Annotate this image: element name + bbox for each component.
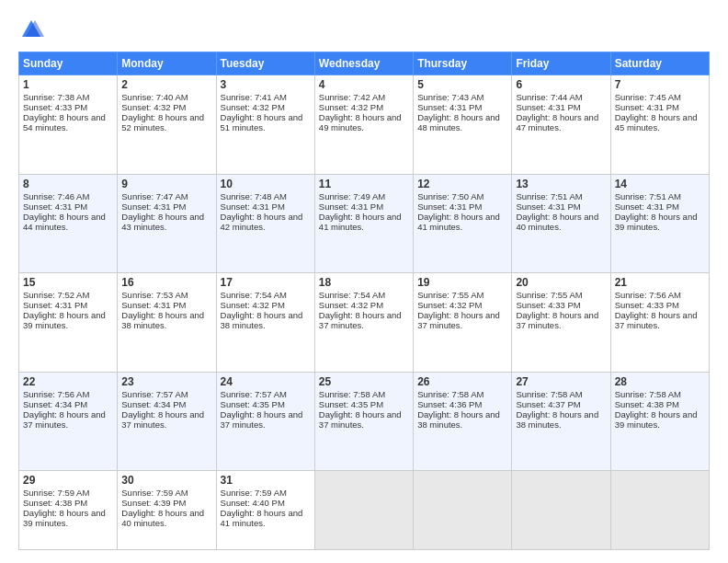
daylight-text: Daylight: 8 hours and 52 minutes. [121,112,204,132]
sunset-text: Sunset: 4:40 PM [221,498,285,508]
sunrise-text: Sunrise: 7:45 AM [615,92,681,102]
logo-icon [18,17,44,42]
day-number: 29 [23,474,113,487]
sunrise-text: Sunrise: 7:48 AM [221,191,287,201]
sunset-text: Sunset: 4:32 PM [221,300,285,310]
sunset-text: Sunset: 4:33 PM [516,300,580,310]
day-number: 12 [417,178,507,190]
daylight-text: Daylight: 8 hours and 48 minutes. [417,112,500,132]
daylight-text: Daylight: 8 hours and 37 minutes. [516,310,598,330]
calendar-week-row: 29 Sunrise: 7:59 AM Sunset: 4:38 PM Dayl… [19,471,710,550]
sunrise-text: Sunrise: 7:57 AM [121,389,188,399]
calendar-week-row: 8 Sunrise: 7:46 AM Sunset: 4:31 PM Dayli… [19,174,710,273]
day-number: 7 [615,78,705,91]
calendar-cell: 14 Sunrise: 7:51 AM Sunset: 4:31 PM Dayl… [610,174,709,273]
day-number: 28 [615,375,705,388]
sunrise-text: Sunrise: 7:56 AM [23,389,89,399]
sunrise-text: Sunrise: 7:47 AM [121,191,188,201]
daylight-text: Daylight: 8 hours and 54 minutes. [23,112,106,132]
sunset-text: Sunset: 4:31 PM [121,201,186,212]
calendar-cell: 24 Sunrise: 7:57 AM Sunset: 4:35 PM Dayl… [216,372,314,471]
calendar-cell: 18 Sunrise: 7:54 AM Sunset: 4:32 PM Dayl… [314,273,413,373]
sunrise-text: Sunrise: 7:53 AM [121,290,188,300]
daylight-text: Daylight: 8 hours and 38 minutes. [121,310,204,330]
calendar-cell: 13 Sunrise: 7:51 AM Sunset: 4:31 PM Dayl… [512,174,610,273]
calendar-day-header: Sunday [19,52,118,75]
calendar-week-row: 1 Sunrise: 7:38 AM Sunset: 4:33 PM Dayli… [19,75,710,175]
logo [18,17,48,42]
day-number: 10 [221,178,311,190]
sunrise-text: Sunrise: 7:56 AM [615,290,681,300]
calendar-cell: 21 Sunrise: 7:56 AM Sunset: 4:33 PM Dayl… [610,273,709,373]
sunrise-text: Sunrise: 7:54 AM [319,290,385,300]
day-number: 2 [121,78,211,91]
daylight-text: Daylight: 8 hours and 44 minutes. [23,212,106,232]
calendar-cell: 15 Sunrise: 7:52 AM Sunset: 4:31 PM Dayl… [19,273,118,373]
sunset-text: Sunset: 4:34 PM [23,399,87,409]
sunrise-text: Sunrise: 7:58 AM [516,389,582,399]
sunset-text: Sunset: 4:31 PM [319,201,383,212]
day-number: 5 [417,78,507,91]
calendar-cell: 9 Sunrise: 7:47 AM Sunset: 4:31 PM Dayli… [118,174,216,273]
sunrise-text: Sunrise: 7:43 AM [417,92,483,102]
calendar-header-row: SundayMondayTuesdayWednesdayThursdayFrid… [19,52,710,75]
day-number: 23 [121,375,211,388]
daylight-text: Daylight: 8 hours and 37 minutes. [121,409,204,430]
daylight-text: Daylight: 8 hours and 41 minutes. [417,212,500,232]
sunset-text: Sunset: 4:32 PM [319,102,383,112]
daylight-text: Daylight: 8 hours and 39 minutes. [615,212,698,232]
daylight-text: Daylight: 8 hours and 38 minutes. [221,310,303,330]
sunrise-text: Sunrise: 7:58 AM [319,389,385,399]
calendar-week-row: 15 Sunrise: 7:52 AM Sunset: 4:31 PM Dayl… [19,273,710,373]
calendar-cell: 4 Sunrise: 7:42 AM Sunset: 4:32 PM Dayli… [314,75,413,175]
sunrise-text: Sunrise: 7:57 AM [221,389,287,399]
calendar-week-row: 22 Sunrise: 7:56 AM Sunset: 4:34 PM Dayl… [19,372,710,471]
sunrise-text: Sunrise: 7:46 AM [23,191,89,201]
calendar-day-header: Wednesday [314,52,413,75]
calendar-day-header: Thursday [414,52,512,75]
sunset-text: Sunset: 4:31 PM [23,300,87,310]
sunset-text: Sunset: 4:35 PM [221,399,285,409]
sunset-text: Sunset: 4:31 PM [417,102,482,112]
calendar-cell: 28 Sunrise: 7:58 AM Sunset: 4:38 PM Dayl… [610,372,709,471]
sunrise-text: Sunrise: 7:52 AM [23,290,89,300]
sunrise-text: Sunrise: 7:59 AM [221,488,287,498]
calendar-day-header: Saturday [610,52,709,75]
day-number: 22 [23,375,113,388]
day-number: 21 [615,276,705,289]
calendar-cell: 11 Sunrise: 7:49 AM Sunset: 4:31 PM Dayl… [314,174,413,273]
sunrise-text: Sunrise: 7:54 AM [221,290,287,300]
daylight-text: Daylight: 8 hours and 40 minutes. [121,508,204,528]
day-number: 27 [516,375,606,388]
daylight-text: Daylight: 8 hours and 38 minutes. [516,409,598,430]
sunrise-text: Sunrise: 7:58 AM [615,389,681,399]
calendar-cell: 1 Sunrise: 7:38 AM Sunset: 4:33 PM Dayli… [19,75,118,175]
calendar-table: SundayMondayTuesdayWednesdayThursdayFrid… [18,52,710,550]
sunset-text: Sunset: 4:39 PM [121,498,186,508]
calendar-cell: 7 Sunrise: 7:45 AM Sunset: 4:31 PM Dayli… [610,75,709,175]
daylight-text: Daylight: 8 hours and 37 minutes. [221,409,303,430]
day-number: 24 [221,375,311,388]
daylight-text: Daylight: 8 hours and 37 minutes. [319,409,402,430]
calendar-cell: 25 Sunrise: 7:58 AM Sunset: 4:35 PM Dayl… [314,372,413,471]
sunrise-text: Sunrise: 7:44 AM [516,92,582,102]
sunset-text: Sunset: 4:31 PM [23,201,87,212]
sunrise-text: Sunrise: 7:41 AM [221,92,287,102]
day-number: 3 [221,78,311,91]
calendar-day-header: Tuesday [216,52,314,75]
day-number: 19 [417,276,507,289]
daylight-text: Daylight: 8 hours and 39 minutes. [23,508,106,528]
calendar-cell: 26 Sunrise: 7:58 AM Sunset: 4:36 PM Dayl… [414,372,512,471]
day-number: 9 [121,178,211,190]
calendar-cell: 19 Sunrise: 7:55 AM Sunset: 4:32 PM Dayl… [414,273,512,373]
sunset-text: Sunset: 4:33 PM [615,300,679,310]
sunset-text: Sunset: 4:38 PM [615,399,679,409]
day-number: 16 [121,276,211,289]
sunrise-text: Sunrise: 7:49 AM [319,191,385,201]
daylight-text: Daylight: 8 hours and 39 minutes. [23,310,106,330]
sunset-text: Sunset: 4:31 PM [615,102,679,112]
day-number: 8 [23,178,113,190]
day-number: 1 [23,78,113,91]
daylight-text: Daylight: 8 hours and 37 minutes. [319,310,402,330]
sunrise-text: Sunrise: 7:51 AM [516,191,582,201]
